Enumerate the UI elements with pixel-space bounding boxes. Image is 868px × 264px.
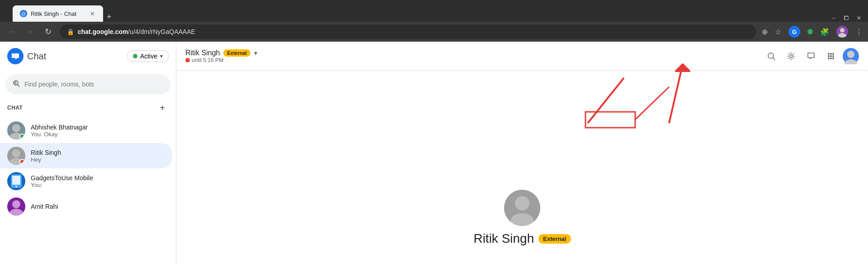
sidebar: Chat Active ▾ CHAT +	[0, 42, 176, 264]
chat-section-label: CHAT	[7, 105, 23, 111]
sidebar-header: Chat Active ▾	[0, 42, 176, 71]
new-tab-button[interactable]: +	[103, 12, 115, 22]
chat-preview-ritik: Hey	[31, 156, 165, 163]
address-text: chat.google.com/u/4/dm/rNyGaQAAAAE	[78, 28, 195, 35]
browser-profile-avatar[interactable]	[836, 26, 848, 38]
svg-point-0	[840, 28, 844, 33]
chat-header: Ritik Singh External ▾ until 5:16 PM	[176, 42, 868, 71]
svg-point-9	[12, 149, 20, 158]
chat-info-ritik: Ritik Singh Hey	[31, 149, 165, 163]
browser-more-options[interactable]: ⋮	[855, 28, 863, 36]
chat-item-amit[interactable]: Amit Rahi	[0, 194, 172, 219]
chat-item-gadgets[interactable]: GadgetsToUse Mobile You:	[0, 168, 172, 194]
svg-point-29	[844, 59, 857, 64]
forward-button[interactable]: →	[24, 25, 36, 38]
window-action-controls: − ⧠ ✕	[830, 14, 863, 22]
chat-body: Ritik Singh External	[176, 71, 868, 264]
active-status-label: Active	[140, 53, 157, 60]
new-message-button[interactable]	[803, 48, 819, 64]
chat-item-abhishek[interactable]: Abhishek Bhatnagar You: Okay	[0, 118, 172, 143]
contact-avatar-large	[504, 190, 540, 226]
svg-rect-12	[12, 176, 20, 185]
avatar-amit	[7, 197, 25, 216]
contact-info-center: Ritik Singh External	[473, 190, 571, 246]
tab-favicon: @	[20, 10, 27, 17]
chat-preview-gadgets: You:	[31, 182, 165, 188]
avatar-abhishek	[7, 121, 25, 139]
tab-close-button[interactable]: ✕	[89, 10, 96, 17]
search-icon	[13, 80, 20, 89]
active-tab[interactable]: @ Ritik Singh - Chat ✕	[13, 5, 103, 22]
svg-point-22	[828, 55, 830, 57]
chat-name-amit: Amit Rahi	[31, 203, 165, 210]
extensions-icon[interactable]: 🧩	[820, 28, 829, 36]
google-meet-icon[interactable]	[807, 29, 813, 34]
dropdown-arrow-icon[interactable]: ▾	[254, 49, 257, 57]
dnd-status-dot	[185, 58, 190, 62]
bookmark-icon[interactable]: ☆	[775, 28, 781, 36]
svg-line-4	[18, 85, 19, 86]
status-indicator-dnd	[19, 159, 25, 164]
svg-point-26	[830, 58, 832, 59]
address-path: /u/4/dm/rNyGaQAAAAE	[128, 28, 195, 35]
svg-line-17	[773, 58, 775, 60]
header-actions	[763, 48, 859, 64]
user-profile-button[interactable]	[843, 48, 859, 64]
apps-grid-button[interactable]	[823, 48, 839, 64]
dnd-status-text: until 5:16 PM	[192, 57, 223, 63]
add-chat-button[interactable]: +	[156, 101, 169, 114]
browser-chrome: @ Ritik Singh - Chat ✕ + − ⧠ ✕	[0, 0, 868, 22]
chat-logo: Chat	[7, 48, 46, 64]
chat-header-status: until 5:16 PM	[185, 57, 760, 63]
avatar-gadgets	[7, 172, 25, 190]
add-to-chrome-icon[interactable]: ⊕	[762, 28, 768, 36]
browser-toolbar: ⊕ ☆ G 🧩 ⋮	[762, 26, 863, 38]
refresh-button[interactable]: ↻	[42, 25, 54, 38]
svg-point-14	[12, 200, 20, 208]
svg-point-18	[790, 55, 793, 58]
chat-info-abhishek: Abhishek Bhatnagar You: Okay	[31, 124, 165, 138]
chat-info-amit: Amit Rahi	[31, 203, 165, 210]
tab-title: Ritik Singh - Chat	[31, 10, 85, 17]
chat-item-ritik[interactable]: Ritik Singh Hey	[0, 143, 172, 168]
svg-point-1	[838, 33, 846, 38]
minimize-button[interactable]: −	[830, 14, 837, 22]
svg-point-7	[12, 124, 20, 132]
search-input[interactable]	[24, 81, 163, 88]
app-name-label: Chat	[27, 51, 46, 62]
address-domain: chat.google.com	[78, 28, 128, 35]
chat-list: Abhishek Bhatnagar You: Okay Ritik Singh…	[0, 118, 176, 264]
search-button[interactable]	[763, 48, 779, 64]
chat-section-header: CHAT +	[0, 98, 176, 118]
chevron-down-icon: ▾	[160, 53, 163, 59]
search-bar[interactable]	[5, 74, 170, 94]
chat-name-ritik: Ritik Singh	[31, 149, 165, 156]
chat-logo-icon	[7, 48, 24, 64]
chat-header-name-row: Ritik Singh External ▾	[185, 49, 760, 57]
maximize-button[interactable]: ⧠	[843, 14, 850, 22]
address-input[interactable]: 🔒 chat.google.com/u/4/dm/rNyGaQAAAAE	[60, 24, 756, 39]
settings-button[interactable]	[783, 48, 799, 64]
chat-info-gadgets: GadgetsToUse Mobile You:	[31, 174, 165, 188]
svg-point-23	[830, 55, 832, 57]
external-badge: External	[223, 49, 250, 57]
svg-point-15	[9, 209, 23, 216]
active-status-button[interactable]: Active ▾	[127, 50, 169, 62]
lock-icon: 🔒	[67, 29, 74, 35]
svg-point-19	[828, 53, 830, 55]
svg-point-24	[832, 55, 834, 57]
svg-point-13	[15, 186, 17, 187]
main-content: Ritik Singh External ▾ until 5:16 PM	[176, 42, 868, 264]
svg-point-25	[828, 58, 830, 59]
close-button[interactable]: ✕	[855, 14, 863, 22]
contact-name-large-row: Ritik Singh External	[473, 231, 571, 246]
svg-point-31	[515, 196, 529, 211]
chat-name-gadgets: GadgetsToUse Mobile	[31, 174, 165, 182]
svg-point-20	[830, 53, 832, 55]
contact-name-label: Ritik Singh	[185, 49, 220, 57]
back-button[interactable]: ←	[5, 25, 18, 38]
grammarly-extension-icon[interactable]: G	[788, 26, 800, 38]
svg-point-27	[832, 58, 834, 59]
tab-bar: @ Ritik Singh - Chat ✕ + − ⧠ ✕	[13, 0, 863, 22]
external-badge-large: External	[538, 234, 571, 244]
